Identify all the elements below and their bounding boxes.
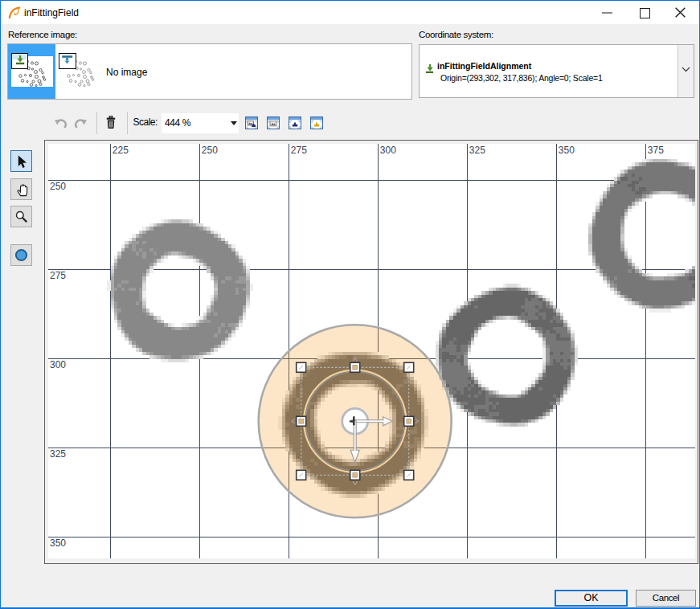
svg-text:225: 225 (113, 145, 129, 156)
svg-text:325: 325 (469, 145, 485, 156)
svg-text:350: 350 (50, 537, 66, 549)
svg-text:275: 275 (50, 270, 66, 281)
svg-text:275: 275 (291, 145, 307, 156)
svg-text:375: 375 (648, 145, 664, 156)
svg-text:350: 350 (559, 145, 575, 156)
svg-text:325: 325 (50, 448, 66, 460)
svg-text:300: 300 (50, 359, 66, 370)
svg-text:250: 250 (50, 181, 66, 192)
svg-text:250: 250 (202, 145, 218, 156)
svg-text:300: 300 (380, 145, 396, 156)
